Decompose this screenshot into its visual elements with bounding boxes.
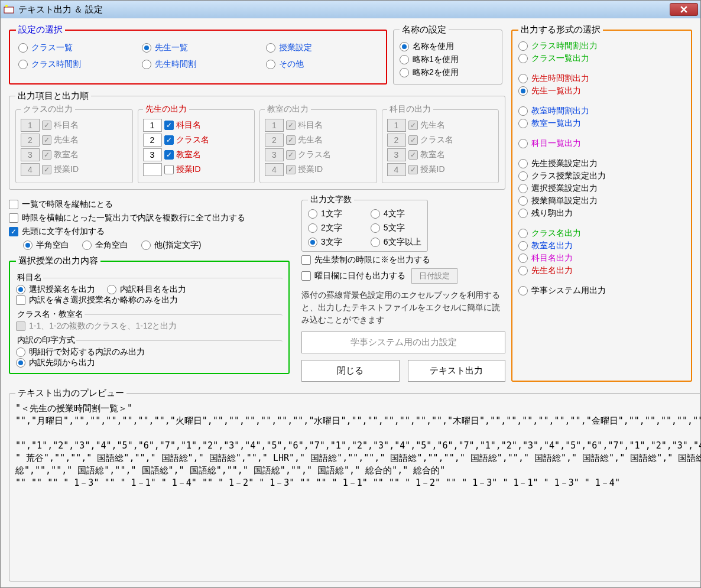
preview-text[interactable]: "＜先生の授業時間割一覧＞" "","月曜日","","","","","","… [15,402,701,509]
item-check-2-0 [286,121,296,130]
output-items-legend: 出力項目と出力順 [15,90,91,102]
order-input-2-3 [265,163,284,176]
settings-radio-5[interactable]: その他 [266,59,378,70]
check-prefix-char[interactable]: 先頭に文字を付加する [9,226,290,237]
format-radio-5-1[interactable]: 教室名出力 [518,241,685,251]
order-input-3-1 [387,134,406,147]
settings-select-legend: 設定の選択 [16,24,65,35]
item-check-2-3 [286,165,296,174]
output-items-group: 出力項目と出力順 クラスの出力科目名先生名教室名授業ID先生の出力科目名クラス名… [9,90,505,190]
charcount-radio-1[interactable]: 4文字 [371,209,421,219]
check-prohibit[interactable]: 先生禁制の時限に※を出力する [301,255,505,265]
format-radio-3-0[interactable]: 科目一覧出力 [518,138,685,149]
format-radio-1-1[interactable]: 先生一覧出力 [518,86,685,96]
item-check-1-0[interactable] [164,121,174,130]
check-multi-class: 1-1、1-2の複数のクラスを、1-12と出力 [16,321,283,332]
subject-radio-1[interactable]: 内訳科目名を出力 [107,284,186,295]
charcount-radio-3[interactable]: 5文字 [371,223,421,233]
item-check-1-1[interactable] [164,135,174,145]
item-check-3-2 [408,150,418,160]
settings-radio-2[interactable]: 授業設定 [266,43,378,53]
charcount-radio-4[interactable]: 3文字 [308,237,359,248]
subject-radio-0[interactable]: 選択授業名を出力 [16,284,95,295]
item-check-2-1 [286,135,296,145]
format-radio-2-0[interactable]: 教室時間割出力 [518,106,685,116]
format-radio-5-0[interactable]: クラス名出力 [518,228,685,239]
subject-sub-group: 科目名 選択授業名を出力内訳科目名を出力 内訳を省き選択授業名か略称のみを出力 [16,272,283,307]
print-radio-1[interactable]: 内訳先頭から出力 [16,358,283,368]
order-input-1-2[interactable] [143,148,162,161]
check-omit-detail[interactable]: 内訳を省き選択授業名か略称のみを出力 [16,295,283,306]
text-output-button[interactable]: テキスト出力 [408,360,506,382]
print-method-sub-group: 内訳の印字方式 明細行で対応する内訳のみ出力内訳先頭から出力 [16,335,283,369]
order-input-3-2 [387,148,406,161]
format-radio-4-2[interactable]: 選択授業設定出力 [518,183,685,194]
name-radio-0[interactable]: 名称を使用 [400,41,496,52]
print-radio-0[interactable]: 明細行で対応する内訳のみ出力 [16,347,283,358]
item-check-1-3[interactable] [164,165,174,174]
format-radio-4-4[interactable]: 残り駒出力 [518,208,685,219]
format-radio-1-0[interactable]: 先生時間割出力 [518,73,685,84]
format-radio-6-0[interactable]: 学事システム用出力 [518,285,685,296]
name-settings-legend: 名称の設定 [400,24,449,35]
prefix-radio-2[interactable]: 他(指定文字) [141,240,201,251]
charcount-radio-0[interactable]: 1文字 [308,209,359,219]
format-radio-0-0[interactable]: クラス時間割出力 [518,41,685,51]
order-input-0-0 [21,119,40,132]
char-count-group: 出力文字数 1文字4文字2文字5文字3文字6文字以上 [301,194,428,252]
order-input-2-2 [265,148,284,161]
settings-select-group: 設定の選択 クラス一覧先生一覧授業設定クラス時間割先生時間割その他 [9,24,387,85]
order-input-0-3 [21,163,40,176]
order-input-1-3[interactable] [143,163,162,176]
check-multi-line[interactable]: 時限を横軸にとった一覧出力で内訳を複数行に全て出力する [9,213,290,223]
item-check-0-3 [42,165,51,174]
item-check-3-1 [408,135,418,145]
item-check-1-2[interactable] [164,150,174,160]
order-input-1-1[interactable] [143,134,162,147]
output-format-legend: 出力する形式の選択 [518,24,603,35]
close-dialog-button[interactable]: 閉じる [301,360,400,382]
svg-rect-0 [4,7,14,13]
output-group-2: 教室の出力科目名先生名クラス名授業ID [259,104,377,183]
item-check-0-0 [42,121,51,130]
window-title: テキスト出力 ＆ 設定 [18,4,670,15]
format-radio-5-3[interactable]: 先生名出力 [518,265,685,276]
prefix-radio-0[interactable]: 半角空白 [23,240,69,251]
order-input-2-1 [265,134,284,147]
date-settings-button[interactable]: 日付設定 [411,268,457,284]
check-vertical-period[interactable]: 一覧で時限を縦軸にとる [9,199,290,210]
settings-radio-3[interactable]: クラス時間割 [18,59,130,70]
item-check-3-3 [408,165,418,174]
order-input-1-0[interactable] [143,119,162,132]
format-radio-4-0[interactable]: 先生授業設定出力 [518,158,685,169]
order-input-2-0 [265,119,284,132]
prefix-radio-1[interactable]: 全角空白 [82,240,128,251]
settings-radio-1[interactable]: 先生一覧 [142,43,254,53]
item-check-2-2 [286,150,296,160]
format-radio-4-1[interactable]: クラス授業設定出力 [518,171,685,181]
format-radio-4-3[interactable]: 授業簡単設定出力 [518,196,685,206]
output-group-1: 先生の出力科目名クラス名教室名授業ID [138,104,255,183]
name-radio-2[interactable]: 略称2を使用 [400,67,496,78]
order-input-0-1 [21,134,40,147]
output-format-group: 出力する形式の選択 クラス時間割出力クラス一覧出力先生時間割出力先生一覧出力教室… [511,24,692,382]
check-date-col[interactable]: 曜日欄に日付も出力する [301,271,405,281]
item-check-0-1 [42,135,51,145]
output-group-0: クラスの出力科目名先生名教室名授業ID [15,104,133,183]
name-radio-1[interactable]: 略称1を使用 [400,54,496,65]
order-input-3-0 [387,119,406,132]
item-check-3-0 [408,121,418,130]
format-radio-5-2[interactable]: 科目名出力 [518,253,685,264]
close-button[interactable] [670,3,698,16]
format-radio-0-1[interactable]: クラス一覧出力 [518,53,685,64]
settings-radio-0[interactable]: クラス一覧 [18,43,130,53]
order-input-3-3 [387,163,406,176]
preview-group: テキスト出力のプレビュー "＜先生の授業時間割一覧＞" "","月曜日","",… [9,388,701,581]
school-system-button[interactable]: 学事システム用の出力設定 [301,332,505,353]
charcount-radio-2[interactable]: 2文字 [308,223,359,233]
order-input-0-2 [21,148,40,161]
settings-radio-4[interactable]: 先生時間割 [142,59,254,70]
format-radio-2-1[interactable]: 教室一覧出力 [518,118,685,129]
name-settings-group: 名称の設定 名称を使用略称1を使用略称2を使用 [393,24,502,85]
charcount-radio-5[interactable]: 6文字以上 [371,237,421,248]
